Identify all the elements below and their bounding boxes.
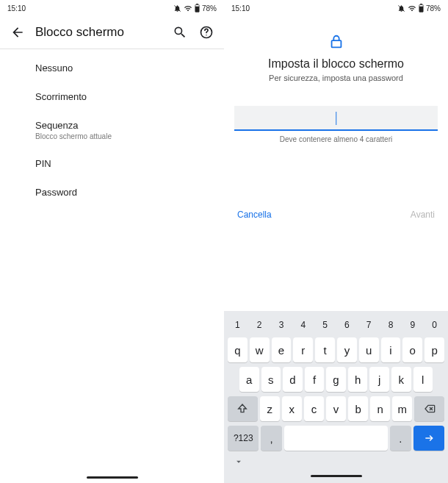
key-r[interactable]: r: [293, 337, 313, 362]
backspace-icon: [423, 403, 436, 415]
nav-pill[interactable]: [87, 476, 138, 479]
key-7[interactable]: 7: [359, 317, 379, 333]
kbd-row-4: ?123 , .: [226, 426, 446, 451]
svg-rect-3: [195, 7, 199, 12]
wifi-icon: [408, 4, 416, 12]
key-e[interactable]: e: [272, 337, 292, 362]
svg-rect-10: [331, 40, 341, 47]
key-4[interactable]: 4: [293, 317, 313, 333]
option-pin[interactable]: PIN: [0, 149, 224, 178]
key-n[interactable]: n: [370, 396, 390, 421]
screen-set-password: 15:10 78% Imposta il blocco schermo Per …: [224, 0, 448, 483]
option-pattern[interactable]: Sequenza Blocco schermo attuale: [0, 111, 224, 149]
page-title: Blocco schermo: [35, 25, 162, 40]
key-9[interactable]: 9: [402, 317, 422, 333]
key-y[interactable]: y: [337, 337, 357, 362]
option-sublabel: Blocco schermo attuale: [35, 132, 212, 140]
back-button[interactable]: [9, 24, 26, 41]
key-5[interactable]: 5: [315, 317, 335, 333]
key-1[interactable]: 1: [228, 317, 248, 333]
key-k[interactable]: k: [391, 367, 411, 392]
nav-pill[interactable]: [311, 475, 362, 477]
password-input-wrap[interactable]: [234, 106, 438, 131]
key-6[interactable]: 6: [337, 317, 357, 333]
option-label: Password: [35, 187, 212, 198]
key-p[interactable]: p: [424, 337, 444, 362]
cancel-button[interactable]: Cancella: [237, 210, 272, 220]
option-label: PIN: [35, 158, 212, 169]
screen-lock-options: 15:10 78% Blocco schermo Nessuno Scorrim…: [0, 0, 224, 483]
password-subtitle: Per sicurezza, imposta una password: [224, 74, 448, 82]
shift-icon: [236, 403, 248, 415]
key-z[interactable]: z: [260, 396, 280, 421]
key-c[interactable]: c: [304, 396, 324, 421]
key-u[interactable]: u: [359, 337, 379, 362]
enter-icon: [422, 433, 436, 443]
option-password[interactable]: Password: [0, 178, 224, 207]
keyboard-collapse[interactable]: [229, 455, 248, 471]
battery-percent: 78%: [202, 4, 217, 12]
chevron-down-icon: [234, 457, 244, 467]
kbd-row-numbers: 1 2 3 4 5 6 7 8 9 0: [226, 317, 446, 333]
key-w[interactable]: w: [250, 337, 270, 362]
key-d[interactable]: d: [283, 367, 303, 392]
key-j[interactable]: j: [369, 367, 389, 392]
status-bar: 15:10 78%: [224, 0, 448, 13]
key-space[interactable]: [284, 426, 389, 451]
key-t[interactable]: t: [315, 337, 335, 362]
password-content: Imposta il blocco schermo Per sicurezza,…: [224, 13, 448, 143]
wifi-icon: [184, 4, 192, 12]
key-8[interactable]: 8: [381, 317, 401, 333]
key-period[interactable]: .: [390, 426, 411, 451]
option-none[interactable]: Nessuno: [0, 54, 224, 82]
battery-icon: [419, 4, 424, 12]
key-m[interactable]: m: [392, 396, 412, 421]
option-label: Nessuno: [35, 62, 212, 74]
app-bar: Blocco schermo: [0, 13, 224, 49]
kbd-row-1: q w e r t y u i o p: [226, 337, 446, 362]
dnd-icon: [173, 4, 181, 12]
svg-rect-9: [419, 7, 423, 12]
key-f[interactable]: f: [305, 367, 325, 392]
text-cursor: [336, 112, 337, 125]
key-h[interactable]: h: [348, 367, 368, 392]
battery-icon: [195, 4, 200, 12]
key-3[interactable]: 3: [272, 317, 292, 333]
svg-rect-2: [196, 4, 198, 4]
key-o[interactable]: o: [402, 337, 422, 362]
key-enter[interactable]: [413, 426, 444, 451]
key-0[interactable]: 0: [424, 317, 444, 333]
status-icons: 78%: [173, 4, 217, 12]
key-shift[interactable]: [228, 396, 258, 421]
key-symbols[interactable]: ?123: [228, 426, 259, 451]
lock-options-list: Nessuno Scorrimento Sequenza Blocco sche…: [0, 49, 224, 207]
option-swipe[interactable]: Scorrimento: [0, 82, 224, 111]
svg-point-5: [206, 35, 206, 35]
key-q[interactable]: q: [228, 337, 248, 362]
key-x[interactable]: x: [282, 396, 302, 421]
help-button[interactable]: [198, 24, 215, 41]
dnd-icon: [397, 4, 405, 12]
key-comma[interactable]: ,: [261, 426, 281, 451]
svg-rect-8: [420, 4, 422, 4]
key-s[interactable]: s: [261, 367, 281, 392]
key-v[interactable]: v: [326, 396, 346, 421]
help-icon: [199, 25, 214, 40]
status-time: 15:10: [231, 4, 250, 12]
search-button[interactable]: [171, 24, 189, 41]
status-time: 15:10: [7, 4, 26, 12]
key-i[interactable]: i: [381, 337, 401, 362]
password-title: Imposta il blocco schermo: [224, 57, 448, 71]
key-g[interactable]: g: [326, 367, 346, 392]
soft-keyboard: 1 2 3 4 5 6 7 8 9 0 q w e r t y u i o p …: [224, 311, 448, 483]
kbd-row-2: a s d f g h j k l: [226, 367, 446, 392]
key-2[interactable]: 2: [250, 317, 270, 333]
key-a[interactable]: a: [239, 367, 259, 392]
key-backspace[interactable]: [414, 396, 444, 421]
next-button: Avanti: [411, 210, 435, 220]
arrow-back-icon: [10, 25, 25, 40]
search-icon: [173, 25, 187, 40]
status-icons: 78%: [397, 4, 441, 12]
key-l[interactable]: l: [413, 367, 433, 392]
key-b[interactable]: b: [348, 396, 368, 421]
